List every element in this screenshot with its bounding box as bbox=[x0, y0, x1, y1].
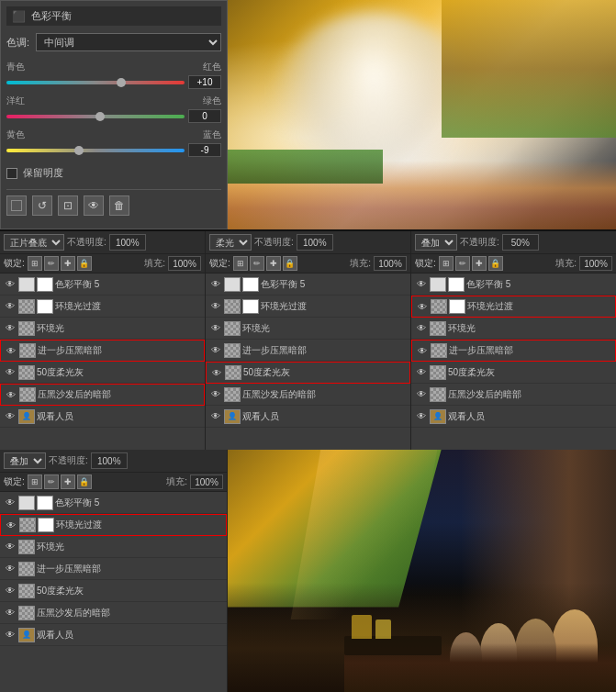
eye-icon[interactable]: 👁 bbox=[4, 541, 17, 553]
cyan-red-slider[interactable] bbox=[6, 79, 185, 86]
magenta-green-slider[interactable] bbox=[6, 113, 185, 120]
lock-all-1[interactable]: 🔒 bbox=[77, 256, 92, 271]
eye-icon[interactable]: 👁 bbox=[209, 322, 222, 335]
eye-icon[interactable]: 👁 bbox=[4, 497, 17, 509]
layer-name: 环境光 bbox=[37, 541, 223, 553]
table-row[interactable]: 👁 进一步压黑暗部 bbox=[206, 340, 410, 362]
eye-icon[interactable]: 👁 bbox=[209, 300, 222, 313]
preserve-label: 保留明度 bbox=[23, 166, 63, 180]
eye-icon[interactable]: 👁 bbox=[415, 278, 428, 291]
eye-icon[interactable]: 👁 bbox=[4, 366, 17, 379]
eye-icon[interactable]: 👁 bbox=[4, 300, 17, 313]
table-row[interactable]: 👁 环境光 bbox=[0, 536, 227, 558]
eye-icon[interactable]: 👁 bbox=[415, 388, 428, 401]
eye-icon[interactable]: 👁 bbox=[4, 563, 17, 575]
table-row[interactable]: 👁 色彩平衡 5 bbox=[0, 492, 227, 514]
layer-thumb-btn[interactable] bbox=[6, 195, 27, 216]
fill-input-1[interactable] bbox=[168, 256, 201, 271]
eye-icon[interactable]: 👁 bbox=[209, 410, 222, 423]
yellow-blue-slider[interactable] bbox=[6, 147, 185, 154]
eye-icon[interactable]: 👁 bbox=[5, 388, 17, 401]
reset-btn[interactable]: ↺ bbox=[32, 195, 52, 216]
lock-pos-3[interactable]: ✚ bbox=[472, 256, 487, 271]
lock-chess-2[interactable]: ⊞ bbox=[233, 256, 248, 271]
table-row[interactable]: 👁 进一步压黑暗部 bbox=[0, 340, 205, 362]
table-row[interactable]: 👁 压黑沙发后的暗部 bbox=[0, 602, 227, 624]
eye-icon[interactable]: 👁 bbox=[416, 300, 429, 313]
layer-mask-thumb bbox=[37, 277, 53, 292]
table-row[interactable]: 👁 环境光 bbox=[206, 318, 410, 340]
table-row[interactable]: 👁 环境光 bbox=[411, 318, 616, 340]
table-row[interactable]: 👁 压黑沙发后的暗部 bbox=[0, 384, 205, 406]
fill-input-3[interactable] bbox=[579, 256, 612, 271]
table-row[interactable]: 👁 压黑沙发后的暗部 bbox=[206, 384, 410, 406]
table-row[interactable]: 👁 环境光过渡 bbox=[0, 296, 205, 318]
layer-name: 环境光 bbox=[242, 322, 407, 335]
eye-icon[interactable]: 👁 bbox=[4, 629, 17, 642]
eye-icon[interactable]: 👁 bbox=[415, 366, 428, 379]
bottom-fill-input[interactable] bbox=[190, 474, 223, 489]
table-row[interactable]: 👁 色彩平衡 5 bbox=[0, 273, 205, 296]
eye-icon[interactable]: 👁 bbox=[4, 322, 17, 335]
lock-all-3[interactable]: 🔒 bbox=[488, 256, 503, 271]
eye-icon[interactable]: 👁 bbox=[4, 410, 17, 423]
visibility-btn[interactable]: 👁 bbox=[84, 195, 104, 216]
preserve-checkbox[interactable] bbox=[6, 168, 17, 179]
table-row[interactable]: 👁 50度柔光灰 bbox=[411, 362, 616, 384]
fill-input-2[interactable] bbox=[374, 256, 407, 271]
eye-icon[interactable]: 👁 bbox=[209, 278, 222, 291]
mode-select-2[interactable]: 柔光 bbox=[209, 234, 252, 251]
table-row[interactable]: 👁 压黑沙发后的暗部 bbox=[411, 384, 616, 406]
opacity-input-1[interactable] bbox=[109, 234, 146, 251]
table-row[interactable]: 👁 色彩平衡 5 bbox=[411, 273, 616, 296]
layer-thumbnail bbox=[19, 343, 36, 358]
bottom-mode-select[interactable]: 叠加 bbox=[4, 452, 46, 469]
lock-all-2[interactable]: 🔒 bbox=[283, 256, 297, 271]
eye-icon[interactable]: 👁 bbox=[4, 607, 17, 619]
eye-icon[interactable]: 👁 bbox=[4, 278, 17, 291]
bottom-lock-pos[interactable]: ✚ bbox=[61, 474, 75, 489]
table-row[interactable]: 👁 👤 观看人员 bbox=[411, 406, 616, 428]
eye-icon[interactable]: 👁 bbox=[416, 344, 429, 357]
table-row[interactable]: 👁 👤 观看人员 bbox=[0, 624, 227, 646]
delete-btn[interactable]: 🗑 bbox=[109, 195, 129, 216]
eye-icon[interactable]: 👁 bbox=[209, 388, 222, 401]
table-row[interactable]: 👁 50度柔光灰 bbox=[206, 362, 410, 384]
table-row[interactable]: 👁 50度柔光灰 bbox=[0, 580, 227, 602]
lock-chess-3[interactable]: ⊞ bbox=[439, 256, 454, 271]
table-row[interactable]: 👁 进一步压黑暗部 bbox=[0, 558, 227, 580]
table-row[interactable]: 👁 进一步压黑暗部 bbox=[411, 340, 616, 362]
table-row[interactable]: 👁 👤 观看人员 bbox=[206, 406, 410, 428]
bottom-lock-move[interactable]: ✏ bbox=[44, 474, 59, 489]
bottom-lock-chess[interactable]: ⊞ bbox=[28, 474, 42, 489]
create-layer-btn[interactable]: ⊡ bbox=[58, 195, 78, 216]
bottom-lock-all[interactable]: 🔒 bbox=[77, 474, 92, 489]
mode-select-3[interactable]: 叠加 bbox=[415, 234, 457, 251]
table-row[interactable]: 👁 环境光过渡 bbox=[411, 296, 616, 318]
lock-move-1[interactable]: ✏ bbox=[44, 256, 59, 271]
eye-icon[interactable]: 👁 bbox=[415, 322, 428, 335]
lock-pos-2[interactable]: ✚ bbox=[266, 256, 281, 271]
eye-icon[interactable]: 👁 bbox=[209, 344, 222, 357]
lock-move-3[interactable]: ✏ bbox=[455, 256, 470, 271]
table-row[interactable]: 👁 环境光 bbox=[0, 318, 205, 340]
table-row[interactable]: 👁 色彩平衡 5 bbox=[206, 273, 410, 296]
lock-pos-1[interactable]: ✚ bbox=[61, 256, 75, 271]
tone-select[interactable]: 中间调 bbox=[36, 33, 221, 51]
eye-icon[interactable]: 👁 bbox=[210, 366, 223, 379]
lock-move-2[interactable]: ✏ bbox=[250, 256, 264, 271]
eye-icon[interactable]: 👁 bbox=[5, 519, 17, 531]
eye-icon[interactable]: 👁 bbox=[4, 585, 17, 597]
table-row[interactable]: 👁 环境光过渡 bbox=[0, 514, 227, 536]
eye-icon[interactable]: 👁 bbox=[5, 344, 17, 357]
table-row[interactable]: 👁 环境光过渡 bbox=[206, 296, 410, 318]
table-row[interactable]: 👁 👤 观看人员 bbox=[0, 406, 205, 428]
opacity-input-3[interactable] bbox=[502, 234, 539, 251]
opacity-input-2[interactable] bbox=[297, 234, 333, 251]
lock-chess-1[interactable]: ⊞ bbox=[28, 256, 42, 271]
layer-mask-thumb bbox=[449, 299, 465, 314]
bottom-opacity-input[interactable] bbox=[91, 452, 128, 469]
table-row[interactable]: 👁 50度柔光灰 bbox=[0, 362, 205, 384]
eye-icon[interactable]: 👁 bbox=[415, 410, 428, 423]
mode-select-1[interactable]: 正片叠底 bbox=[4, 234, 64, 251]
